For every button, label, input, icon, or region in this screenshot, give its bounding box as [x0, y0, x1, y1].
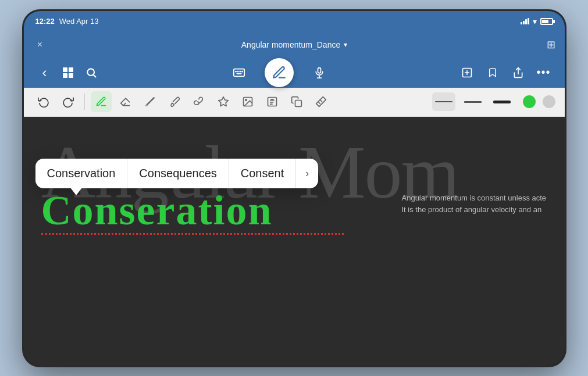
copy-button[interactable]	[286, 91, 307, 112]
line-medium-button[interactable]	[461, 92, 484, 111]
search-button[interactable]	[80, 61, 103, 84]
side-text-line1: Angular momentum is constant unless acte	[402, 192, 553, 205]
svg-marker-18	[218, 97, 228, 106]
toolbar-right: •••	[455, 61, 555, 84]
star-button[interactable]	[213, 91, 234, 112]
signal-bars-icon	[521, 18, 529, 24]
autocorrect-suggestion-3[interactable]: Consent	[229, 159, 297, 188]
status-icons: ▾	[521, 17, 553, 26]
ruler-button[interactable]	[311, 91, 332, 112]
bookmark-button[interactable]	[481, 61, 504, 84]
content-area: Angular Mom Conseration Angular momentum…	[24, 117, 565, 366]
back-button[interactable]: ‹	[33, 61, 56, 84]
autocorrect-suggestion-2[interactable]: Consequences	[127, 159, 229, 188]
wifi-icon: ▾	[533, 17, 537, 26]
pencil-tool-button[interactable]	[140, 91, 161, 112]
svg-line-26	[318, 102, 320, 103]
handwritten-text: Conseration	[41, 187, 344, 235]
svg-point-20	[245, 99, 247, 101]
main-toolbar: ‹	[24, 58, 565, 88]
keyboard-button[interactable]	[227, 61, 251, 84]
side-text: Angular momentum is constant unless acte…	[402, 192, 553, 217]
brush-button[interactable]	[164, 91, 185, 112]
status-date: Wed Apr 13	[59, 17, 99, 26]
redo-button[interactable]	[58, 91, 79, 112]
share-button[interactable]	[507, 61, 530, 84]
autocorrect-more-button[interactable]: ›	[296, 159, 318, 188]
svg-line-27	[320, 100, 322, 102]
pencil-active-button[interactable]	[265, 58, 294, 87]
lasso-button[interactable]	[188, 91, 209, 112]
more-button[interactable]: •••	[532, 61, 555, 84]
svg-rect-8	[318, 67, 320, 73]
side-text-line2: It is the product of angular velocity an…	[402, 204, 553, 216]
line-thick-button[interactable]	[490, 92, 514, 111]
tab-bar: × Angular momentum_Dance ▾ ⊞	[24, 32, 565, 58]
tab-title: Angular momentum_Dance	[241, 40, 340, 49]
tab-chevron-icon[interactable]: ▾	[344, 41, 347, 49]
divider-1	[84, 94, 85, 110]
status-bar: 12:22 Wed Apr 13 ▾	[24, 11, 565, 32]
line-thin-button[interactable]	[432, 92, 455, 111]
color-gray-picker[interactable]	[543, 95, 555, 108]
line-medium-icon	[464, 101, 482, 103]
grid-button[interactable]	[56, 61, 80, 84]
add-button[interactable]	[455, 61, 479, 84]
svg-rect-25	[295, 101, 301, 107]
svg-rect-2	[233, 69, 244, 76]
pen-tool-button[interactable]	[91, 91, 112, 112]
tab-close-button[interactable]: ×	[33, 38, 47, 52]
toolbar-center	[103, 58, 455, 87]
ipad-frame: 12:22 Wed Apr 13 ▾ × Angular momentum_Da…	[24, 11, 565, 366]
eraser-button[interactable]	[115, 91, 136, 112]
line-thin-icon	[435, 101, 452, 102]
tab-title-area: Angular momentum_Dance ▾	[54, 40, 535, 49]
line-thickness-group	[432, 92, 514, 111]
autocorrect-popup: Conservation Consequences Consent ›	[35, 159, 319, 188]
undo-button[interactable]	[33, 91, 54, 112]
svg-line-16	[146, 98, 154, 105]
handwritten-area: Conseration	[41, 187, 344, 235]
color-green-picker[interactable]	[523, 95, 536, 108]
drawing-toolbar	[24, 88, 565, 117]
image-button[interactable]	[237, 91, 258, 112]
svg-line-1	[93, 74, 95, 77]
line-thick-icon	[493, 101, 511, 103]
tab-layout-icon[interactable]: ⊞	[547, 38, 555, 51]
text-button[interactable]	[262, 91, 283, 112]
microphone-button[interactable]	[308, 61, 331, 84]
status-time: 12:22	[35, 17, 55, 26]
autocorrect-suggestion-1[interactable]: Conservation	[35, 159, 128, 188]
battery-icon	[540, 18, 553, 25]
